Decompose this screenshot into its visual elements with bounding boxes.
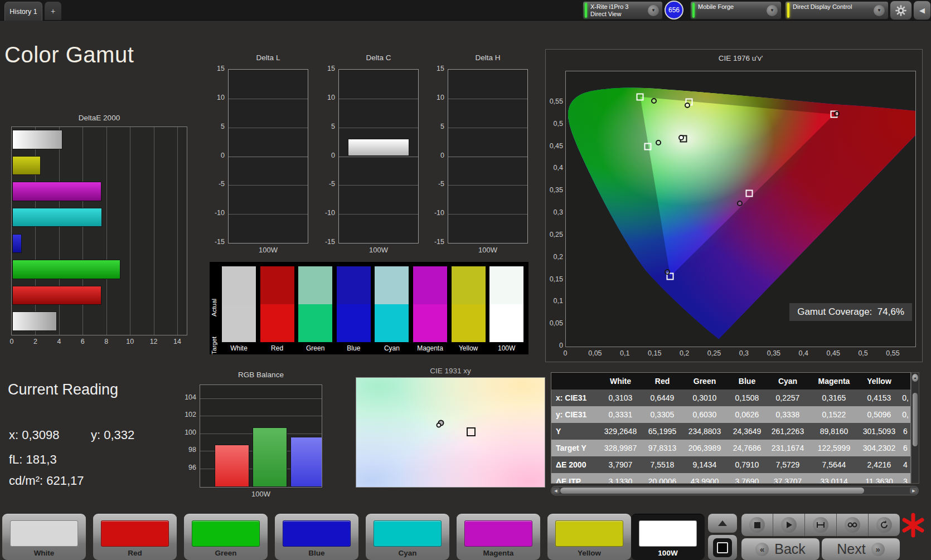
- app-menu-button[interactable]: [902, 513, 924, 538]
- scroll-right-icon[interactable]: ▶: [910, 488, 918, 494]
- tab-history-1[interactable]: History 1: [4, 2, 42, 21]
- cell: 3,7690: [728, 473, 767, 484]
- cell: 0,3103: [598, 389, 643, 406]
- pattern-button-white[interactable]: White: [2, 514, 86, 560]
- gridline: [200, 398, 322, 399]
- cell: 122,5999: [809, 440, 859, 456]
- delta_h-y-tick: 10: [426, 94, 444, 101]
- cell: 0,6449: [643, 389, 682, 406]
- measurement-table: WhiteRedGreenBlueCyanMagentaYellowx: CIE…: [551, 372, 911, 484]
- cell: 231,1674: [767, 440, 809, 456]
- gridline: [448, 214, 527, 215]
- swatch-column-magenta: Magenta: [413, 266, 447, 354]
- cell: 0,3165: [809, 389, 859, 406]
- table-row-3: Y329,264865,1995234,880324,3649261,22638…: [551, 423, 911, 440]
- actual-swatch: [298, 266, 332, 304]
- deltae-x-tick: 14: [169, 338, 186, 345]
- chevron-left-icon: ◀: [919, 6, 925, 14]
- page-title: Color Gamut: [4, 42, 134, 67]
- cell: 0,4153: [859, 389, 899, 406]
- table-vertical-scrollbar[interactable]: ▲: [911, 372, 919, 484]
- target-swatch: [489, 304, 523, 342]
- row-label: ΔE 2000: [551, 456, 598, 473]
- cell: 6: [899, 423, 911, 440]
- rgb-balance-chart: [200, 384, 322, 488]
- cell: 7,5644: [809, 456, 859, 473]
- pattern-button-cyan[interactable]: Cyan: [366, 514, 449, 560]
- cie1976-x-tick: 0: [555, 349, 575, 357]
- cell: 0,5096: [859, 406, 899, 423]
- next-button[interactable]: Next »: [822, 538, 900, 560]
- chevron-down-icon[interactable]: ▼: [874, 5, 885, 16]
- play-button[interactable]: [773, 514, 805, 536]
- delta_c-y-tick: -5: [317, 180, 335, 188]
- pattern-label: 100W: [631, 549, 705, 557]
- pattern-button-green[interactable]: Green: [184, 514, 268, 560]
- horizontal-scroll-thumb[interactable]: [560, 488, 864, 494]
- display-control-dropdown[interactable]: Direct Display Control ▼: [785, 1, 889, 20]
- source-name: Mobile Forge: [698, 3, 734, 11]
- scroll-up-icon[interactable]: ▲: [912, 374, 918, 382]
- actual-target-swatch-panel: ActualTargetWhiteRedGreenBlueCyanMagenta…: [210, 262, 528, 354]
- refresh-button[interactable]: [869, 514, 900, 536]
- cie1976-y-tick: 0: [546, 342, 563, 349]
- back-button[interactable]: « Back: [741, 538, 820, 560]
- delta_c-bar: [348, 139, 409, 156]
- pattern-swatch: [192, 520, 260, 547]
- chevron-down-icon[interactable]: ▼: [648, 5, 659, 16]
- table-row-6: ΔE ITP3,133020,000643,99003,769037,37073…: [551, 473, 911, 484]
- settings-button[interactable]: [890, 1, 912, 20]
- cie1976-panel: CIE 1976 u'v': [545, 49, 923, 362]
- scroll-left-icon[interactable]: ◀: [552, 488, 560, 494]
- stop-button[interactable]: [741, 514, 773, 536]
- cie1976-y-tick: 0,3: [546, 208, 563, 216]
- meter-name: X-Rite i1Pro 3: [590, 3, 628, 10]
- cell: 37,3707: [767, 473, 809, 484]
- cie1976-x-tick: 0,35: [764, 349, 784, 357]
- cell: Yellow: [859, 373, 899, 389]
- cell: Magenta: [809, 373, 859, 389]
- swatch-column-blue: Blue: [337, 266, 371, 354]
- cell: 0,1522: [809, 406, 859, 423]
- table-header-row: WhiteRedGreenBlueCyanMagentaYellow: [551, 373, 911, 389]
- target-swatch: [337, 304, 371, 342]
- cell: 97,8313: [643, 440, 682, 456]
- add-tab-button[interactable]: +: [45, 2, 61, 20]
- table-horizontal-scrollbar[interactable]: ◀ ▶: [551, 486, 919, 495]
- swatch-label: White: [222, 344, 256, 352]
- chevron-down-icon[interactable]: ▼: [767, 5, 778, 16]
- pattern-button-yellow[interactable]: Yellow: [547, 514, 631, 560]
- deltae-bar-magenta: [12, 182, 101, 201]
- rgb-bar-blue: [290, 437, 322, 487]
- deltae-x-tick: 6: [74, 338, 91, 345]
- top-bar: History 1 + X-Rite i1Pro 3Direct View ▼ …: [0, 0, 931, 21]
- next-label: Next: [837, 541, 865, 557]
- collapse-panel-button[interactable]: ◀: [913, 1, 931, 20]
- next-chevrons-icon: »: [871, 543, 885, 556]
- target-row-label: Target: [211, 321, 217, 354]
- cell: 0,6030: [682, 406, 728, 423]
- pattern-window-up-button[interactable]: [708, 514, 737, 533]
- cell: [899, 373, 911, 389]
- cell: Blue: [728, 373, 767, 389]
- pattern-swatch: [374, 520, 442, 547]
- rgb-y-tick: 104: [177, 393, 196, 401]
- pattern-swatch: [555, 520, 623, 547]
- cell: 0,: [899, 406, 911, 423]
- window-icon: [717, 542, 728, 553]
- pattern-button-blue[interactable]: Blue: [275, 514, 358, 560]
- vertical-scroll-thumb[interactable]: [913, 393, 918, 446]
- continuous-button[interactable]: [837, 514, 869, 536]
- meter-dropdown[interactable]: X-Rite i1Pro 3Direct View ▼: [583, 1, 663, 20]
- cie1931-diagram: [356, 377, 545, 488]
- pattern-button-red[interactable]: Red: [93, 514, 177, 560]
- pattern-window-button[interactable]: [708, 535, 737, 560]
- cie1931-title: CIE 1931 xy: [356, 367, 545, 375]
- pattern-button-magenta[interactable]: Magenta: [457, 514, 540, 560]
- swatch-column-100w: 100W: [489, 266, 523, 354]
- pattern-button-100w[interactable]: 100W: [631, 514, 705, 560]
- source-dropdown[interactable]: Mobile Forge ▼: [690, 1, 782, 20]
- deltae-x-tick: 2: [27, 338, 43, 345]
- deltae-x-tick: 0: [3, 338, 20, 345]
- pattern-size-button[interactable]: [805, 514, 837, 536]
